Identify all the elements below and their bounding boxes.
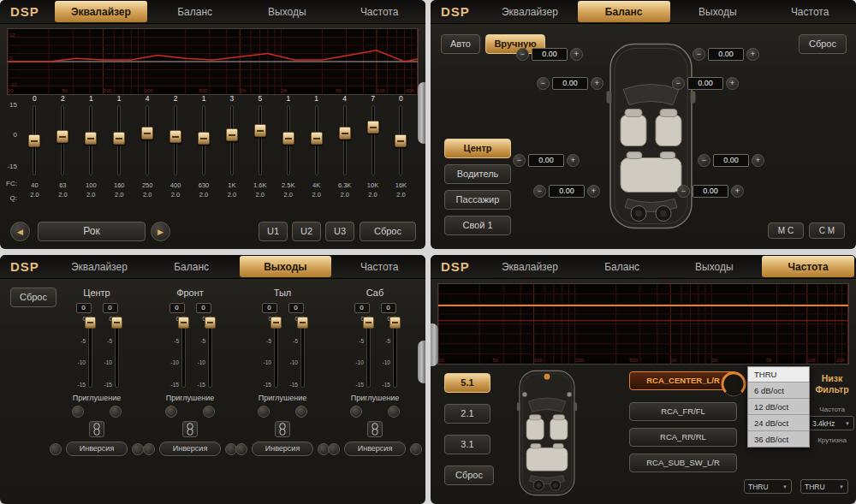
minus-button[interactable]: − xyxy=(513,154,526,167)
invert-knob-left[interactable] xyxy=(328,443,340,455)
gain-knob[interactable] xyxy=(720,371,747,402)
mute-knob-left[interactable] xyxy=(350,406,362,418)
tab-equalizer[interactable]: Эквалайзер xyxy=(53,255,146,278)
link-button[interactable] xyxy=(275,421,290,437)
slider-thumb[interactable] xyxy=(270,317,282,329)
balance-reset-button[interactable]: Сброс xyxy=(799,34,847,54)
tab-outputs[interactable]: Выходы xyxy=(240,256,332,277)
auto-button[interactable]: Авто xyxy=(441,34,480,54)
preset-prev-button[interactable]: ◀ xyxy=(10,222,30,241)
tab-outputs[interactable]: Выходы xyxy=(672,0,764,23)
slider-thumb[interactable] xyxy=(141,127,153,139)
position-driver-button[interactable]: Водитель xyxy=(444,164,511,184)
slider-thumb[interactable] xyxy=(363,317,374,329)
slider-thumb[interactable] xyxy=(85,132,97,145)
tab-outputs[interactable]: Выходы xyxy=(669,255,761,278)
mute-knob-right[interactable] xyxy=(295,406,307,418)
slider-track[interactable] xyxy=(115,316,119,388)
slider-track[interactable] xyxy=(393,316,397,388)
rca-rear-button[interactable]: RCA_RR/RL xyxy=(629,428,737,447)
slider-thumb[interactable] xyxy=(169,130,181,143)
cm-button[interactable]: C M xyxy=(809,222,845,239)
plus-button[interactable]: + xyxy=(752,154,764,167)
thru-select-1[interactable]: THRU ▼ xyxy=(744,479,792,494)
slider-track[interactable] xyxy=(88,316,92,388)
rca-front-button[interactable]: RCA_FR/FL xyxy=(629,402,737,421)
eq-band-slider[interactable] xyxy=(56,105,69,175)
mute-knob-right[interactable] xyxy=(110,406,122,418)
tab-frequency[interactable]: Частота xyxy=(333,255,425,278)
eq-band-slider[interactable] xyxy=(197,105,211,175)
plus-button[interactable]: + xyxy=(567,154,580,167)
tab-balance[interactable]: Баланс xyxy=(149,0,241,23)
channel-5-1-button[interactable]: 5.1 xyxy=(444,373,490,393)
slider-thumb[interactable] xyxy=(282,132,294,145)
dropdown-option-24db[interactable]: 24 dB/oct xyxy=(748,414,809,430)
tab-equalizer[interactable]: Эквалайзер xyxy=(484,0,576,23)
minus-button[interactable]: − xyxy=(533,185,546,198)
tab-balance[interactable]: Баланс xyxy=(576,255,669,278)
slider-track[interactable] xyxy=(300,316,305,388)
dropdown-option-thru[interactable]: THRU xyxy=(748,367,809,382)
slider-track[interactable] xyxy=(274,316,278,388)
slider-thumb[interactable] xyxy=(56,130,68,143)
plus-button[interactable]: + xyxy=(731,185,744,198)
slider-thumb[interactable] xyxy=(395,134,407,147)
frequency-select[interactable]: 3.4kHz ▼ xyxy=(808,416,854,430)
invert-knob-right[interactable] xyxy=(410,443,422,455)
thru-select-2[interactable]: THRU ▼ xyxy=(800,479,848,494)
position-passenger-button[interactable]: Пассажир xyxy=(444,190,511,210)
freq-reset-button[interactable]: Сброс xyxy=(444,465,494,485)
minus-button[interactable]: − xyxy=(516,48,529,61)
slider-thumb[interactable] xyxy=(367,121,379,133)
drawer-handle[interactable] xyxy=(431,323,438,366)
minus-button[interactable]: − xyxy=(537,77,550,90)
user-preset-2-button[interactable]: U2 xyxy=(292,222,321,241)
slider-thumb[interactable] xyxy=(297,317,308,329)
minus-button[interactable]: − xyxy=(693,48,705,61)
tab-balance[interactable]: Баланс xyxy=(578,1,670,22)
mute-knob-right[interactable] xyxy=(203,406,215,418)
mute-knob-left[interactable] xyxy=(258,406,270,418)
dropdown-option-36db[interactable]: 36 dB/oct xyxy=(748,430,809,447)
tab-equalizer[interactable]: Эквалайзер xyxy=(55,1,147,22)
eq-band-slider[interactable] xyxy=(253,105,267,175)
minus-button[interactable]: − xyxy=(698,154,710,167)
eq-band-slider[interactable] xyxy=(140,105,154,175)
mute-knob-right[interactable] xyxy=(388,406,400,418)
invert-knob-left[interactable] xyxy=(50,443,62,455)
link-button[interactable] xyxy=(367,421,383,437)
slider-thumb[interactable] xyxy=(178,317,189,329)
slider-thumb[interactable] xyxy=(226,128,238,141)
tab-frequency[interactable]: Частота xyxy=(333,0,425,23)
slider-thumb[interactable] xyxy=(113,132,125,145)
slider-thumb[interactable] xyxy=(254,124,266,137)
plus-button[interactable]: + xyxy=(726,77,739,90)
link-button[interactable] xyxy=(89,421,104,437)
channel-2-1-button[interactable]: 2.1 xyxy=(444,404,490,424)
slider-thumb[interactable] xyxy=(28,134,40,147)
mc-button[interactable]: M C xyxy=(768,222,804,239)
tab-equalizer[interactable]: Эквалайзер xyxy=(484,255,576,278)
slider-thumb[interactable] xyxy=(198,132,210,145)
mute-knob-left[interactable] xyxy=(165,406,177,418)
slider-thumb[interactable] xyxy=(205,317,216,329)
tab-frequency[interactable]: Частота xyxy=(764,0,856,23)
dropdown-option-12db[interactable]: 12 dB/oct xyxy=(748,398,809,414)
eq-band-slider[interactable] xyxy=(282,105,295,175)
tab-outputs[interactable]: Выходы xyxy=(241,0,334,23)
eq-band-slider[interactable] xyxy=(366,105,380,175)
rca-sub-button[interactable]: RCA_SUB_SW_L/R xyxy=(629,454,737,472)
position-center-button[interactable]: Центр xyxy=(444,139,511,158)
plus-button[interactable]: + xyxy=(570,48,583,61)
eq-band-slider[interactable] xyxy=(27,105,41,175)
slider-thumb[interactable] xyxy=(85,317,96,329)
eq-band-slider[interactable] xyxy=(338,105,352,175)
slider-track[interactable] xyxy=(208,316,212,388)
drawer-handle[interactable] xyxy=(418,341,425,383)
minus-button[interactable]: − xyxy=(677,185,690,198)
minus-button[interactable]: − xyxy=(672,77,685,90)
eq-band-slider[interactable] xyxy=(169,105,182,175)
eq-band-slider[interactable] xyxy=(225,105,239,175)
slider-thumb[interactable] xyxy=(339,127,351,139)
